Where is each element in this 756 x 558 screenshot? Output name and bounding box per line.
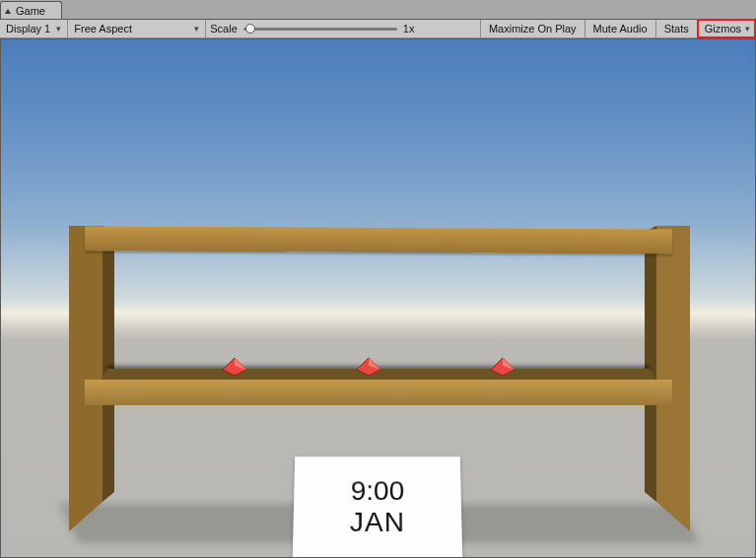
window-tab-bar: Game [0,0,756,20]
shelf-mid-front [85,380,672,405]
gizmos-label: Gizmos [705,23,741,35]
audio-gizmo-icon [221,356,248,378]
chevron-down-icon: ▾ [56,24,61,34]
game-toolbar: Display 1 ▾ Free Aspect ▾ Scale 1x Maxim… [0,20,756,38]
scale-text: Scale [210,23,238,35]
scale-value: 1x [403,23,415,35]
maximize-on-play-button[interactable]: Maximize On Play [480,20,584,37]
display-label: Display 1 [6,23,50,35]
scale-control[interactable]: Scale 1x [206,20,480,37]
scale-slider[interactable] [243,23,397,35]
slider-track [243,28,397,31]
svg-marker-1 [103,226,114,502]
unity-icon [5,9,11,14]
time-card: 9:00 JAN [293,456,462,558]
audio-gizmo-icon [355,356,382,378]
svg-marker-3 [645,226,656,502]
card-month: JAN [350,507,405,538]
shelf-top-board [85,226,672,253]
game-view[interactable]: 9:00 JAN [0,38,756,558]
aspect-dropdown[interactable]: Free Aspect ▾ [68,20,206,37]
maximize-label: Maximize On Play [489,23,577,35]
gizmos-dropdown[interactable]: Gizmos ▾ [697,19,756,38]
stats-button[interactable]: Stats [655,20,697,37]
scene-root: 9:00 JAN [0,38,756,558]
slider-knob[interactable] [245,24,255,34]
mute-label: Mute Audio [593,23,648,35]
audio-gizmo-icon [489,356,516,378]
svg-marker-2 [656,226,690,531]
aspect-label: Free Aspect [74,23,132,35]
tab-game[interactable]: Game [0,1,62,19]
chevron-down-icon: ▾ [745,24,750,34]
svg-marker-0 [69,226,103,531]
tab-label: Game [16,5,45,17]
card-time: 9:00 [351,476,405,507]
mute-audio-button[interactable]: Mute Audio [584,20,655,37]
display-dropdown[interactable]: Display 1 ▾ [0,20,68,37]
chevron-down-icon: ▾ [194,24,199,34]
stats-label: Stats [664,23,689,35]
